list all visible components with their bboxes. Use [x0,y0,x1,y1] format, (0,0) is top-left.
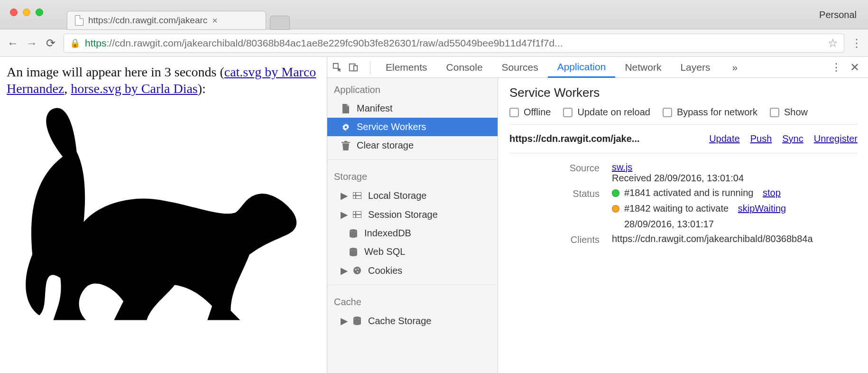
panel-title: Service Workers [509,85,858,100]
reload-button[interactable]: ⟳ [45,37,57,50]
tabstrip: https://cdn.rawgit.com/jakearc × [67,0,290,29]
sidebar-item-clear-storage[interactable]: Clear storage [327,136,498,155]
page-content: An image will appear here in 3 seconds (… [0,57,327,373]
url-text: https://cdn.rawgit.com/jakearchibald/803… [85,37,563,49]
application-sidebar: Application Manifest Service Workers [327,78,498,373]
worker-origin: https://cdn.rawgit.com/jake... [509,133,640,144]
panel-options: Offline Update on reload Bypass for netw… [509,107,858,125]
browser-titlebar: https://cdn.rawgit.com/jakearc × Persona… [0,0,868,29]
svg-point-11 [350,248,357,251]
tab-sources[interactable]: Sources [492,57,548,78]
zoom-window-button[interactable] [36,9,43,16]
address-bar[interactable]: 🔒 https://cdn.rawgit.com/jakearchibald/8… [64,34,844,53]
sidebar-item-indexeddb[interactable]: IndexedDB [327,224,498,242]
checkbox-offline[interactable]: Offline [509,107,551,118]
trash-icon [341,140,351,151]
expand-triangle-icon: ▶ [341,265,346,276]
tab-title: https://cdn.rawgit.com/jakearc [88,15,207,26]
action-sync[interactable]: Sync [782,133,803,144]
devtools-tabbar: Elements Console Sources Application Net… [327,57,868,78]
action-skip-waiting[interactable]: skipWaiting [738,203,786,214]
close-tab-button[interactable]: × [212,15,218,26]
sidebar-group-application: Application [327,78,498,99]
file-icon [341,103,351,114]
sidebar-item-cache-storage[interactable]: ▶ Cache Storage [327,311,498,330]
close-window-button[interactable] [10,9,18,16]
label-status: Status [509,187,600,230]
action-push[interactable]: Push [750,133,772,144]
expand-triangle-icon: ▶ [341,190,346,201]
svg-point-15 [357,271,359,273]
action-update[interactable]: Update [709,133,740,144]
page-intro-text: An image will appear here in 3 seconds (… [7,64,320,97]
checkbox-update-on-reload[interactable]: Update on reload [563,107,650,118]
sidebar-group-cache: Cache [327,290,498,311]
source-link[interactable]: sw.js [612,162,632,172]
status-active: #1841 activated and is running stop [612,187,858,198]
grid-icon [352,190,362,201]
sidebar-item-web-sql[interactable]: Web SQL [327,242,498,261]
link-horse-svg[interactable]: horse.svg by Carla Dias [71,81,198,96]
status-dot-green-icon [612,189,619,197]
database-icon [348,228,359,239]
lock-icon: 🔒 [70,38,80,48]
window-controls [0,0,43,16]
sidebar-item-cookies[interactable]: ▶ Cookies [327,261,498,280]
bookmark-star-icon[interactable]: ☆ [828,37,838,50]
sidebar-group-storage: Storage [327,165,498,186]
cookie-icon [352,265,362,276]
expand-triangle-icon: ▶ [341,315,346,326]
checkbox-bypass-for-network[interactable]: Bypass for network [663,107,757,118]
svg-point-13 [355,269,357,270]
source-received: Received 28/09/2016, 13:01:04 [612,173,858,184]
tab-layers[interactable]: Layers [671,57,720,78]
sidebar-item-service-workers[interactable]: Service Workers [327,118,498,136]
tab-console[interactable]: Console [437,57,492,78]
tab-network[interactable]: Network [615,57,671,78]
svg-point-12 [353,267,361,274]
svg-point-16 [353,317,361,319]
svg-point-10 [350,229,357,232]
minimize-window-button[interactable] [23,9,30,16]
toolbar: ← → ⟳ 🔒 https://cdn.rawgit.com/jakearchi… [0,29,868,57]
gear-icon [341,122,351,132]
svg-point-3 [345,126,347,128]
browser-tab-active[interactable]: https://cdn.rawgit.com/jakearc × [67,11,266,30]
new-tab-button[interactable] [270,16,290,30]
service-workers-panel: Service Workers Offline Update on reload… [498,78,868,373]
status-waiting-time: 28/09/2016, 13:01:17 [624,219,858,230]
action-stop[interactable]: stop [763,187,781,198]
tab-application[interactable]: Application [548,57,616,78]
checkbox-show-all[interactable]: Show [770,107,808,118]
file-icon [75,15,83,26]
inspect-element-icon[interactable] [332,62,348,73]
status-waiting: #1842 waiting to activate skipWaiting [612,203,858,214]
devtools-close-button[interactable]: ✕ [850,61,859,74]
profile-label[interactable]: Personal [819,9,857,20]
database-icon [352,316,362,326]
tabs-overflow-button[interactable]: » [722,57,747,78]
sidebar-item-local-storage[interactable]: ▶ Local Storage [327,186,498,205]
browser-menu-button[interactable]: ⋮ [851,37,861,50]
action-unregister[interactable]: Unregister [814,133,858,144]
clients-value: https://cdn.rawgit.com/jakearchibald/803… [612,233,858,245]
svg-rect-1 [354,65,357,71]
expand-triangle-icon: ▶ [341,209,346,220]
devtools-menu-button[interactable]: ⋮ [831,61,841,74]
cat-image [7,99,320,326]
database-icon [348,247,359,257]
worker-origin-row: https://cdn.rawgit.com/jake... Update Pu… [509,125,858,153]
svg-point-14 [358,269,359,270]
tab-elements[interactable]: Elements [376,57,437,78]
devtools: Elements Console Sources Application Net… [327,57,868,373]
label-clients: Clients [509,233,600,245]
forward-button[interactable]: → [26,37,38,50]
grid-icon [352,209,362,220]
label-source: Source [509,162,600,184]
back-button[interactable]: ← [7,37,19,50]
sidebar-item-session-storage[interactable]: ▶ Session Storage [327,205,498,224]
device-toolbar-icon[interactable] [348,62,364,73]
sidebar-item-manifest[interactable]: Manifest [327,99,498,118]
status-dot-orange-icon [612,205,619,213]
